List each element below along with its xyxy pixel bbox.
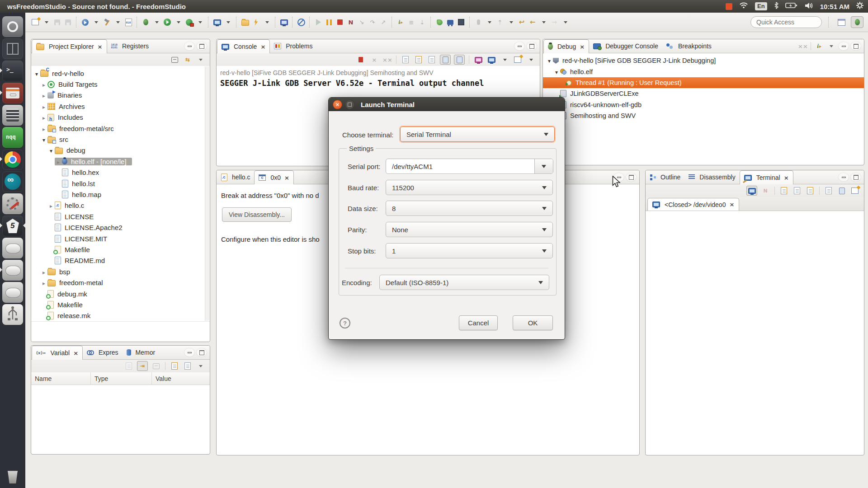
- connect-button[interactable]: [251, 17, 261, 28]
- tab-disassembly[interactable]: Disassembly: [684, 170, 739, 184]
- usb-drive-icon[interactable]: [2, 304, 23, 325]
- skip-all-breakpoints-button[interactable]: [296, 17, 306, 28]
- help-button[interactable]: ?: [340, 318, 350, 328]
- debug-process-item[interactable]: riscv64-unknown-elf-gdb: [543, 99, 864, 110]
- serial-port-dropdown-button[interactable]: [534, 159, 553, 174]
- resume-button[interactable]: [313, 17, 323, 28]
- word-wrap-button[interactable]: [427, 55, 437, 64]
- open-perspective-button[interactable]: [835, 17, 847, 28]
- tree-item[interactable]: freedom-metal/src: [31, 123, 210, 134]
- column-value[interactable]: Value: [152, 372, 210, 385]
- clear-console-button[interactable]: [401, 55, 410, 64]
- expand-arrow-icon[interactable]: [40, 113, 47, 121]
- show-stderr-button[interactable]: [454, 55, 465, 65]
- tree-item[interactable]: freedom-metal: [31, 277, 210, 288]
- maximize-button[interactable]: [851, 42, 861, 50]
- open-terminal-button[interactable]: [746, 186, 757, 196]
- connect-terminal-button[interactable]: [779, 186, 789, 195]
- collapse-all-button[interactable]: [170, 55, 179, 64]
- workspace-switcher-icon[interactable]: [2, 38, 23, 59]
- tab-terminal[interactable]: Terminal ×: [740, 170, 793, 184]
- disconnect-button[interactable]: N: [346, 17, 356, 28]
- save-all-button[interactable]: [63, 17, 73, 28]
- show-threads-button[interactable]: ≡: [406, 17, 416, 28]
- tree-item[interactable]: release.mk: [31, 310, 210, 321]
- instruction-stepping-button[interactable]: i: [396, 17, 406, 28]
- parity-select[interactable]: None: [386, 222, 553, 237]
- minimize-button[interactable]: [839, 42, 849, 50]
- data-size-select[interactable]: 8: [386, 201, 553, 216]
- close-icon[interactable]: ×: [580, 43, 585, 50]
- show-logical-structure-button[interactable]: ⇥: [137, 361, 148, 371]
- tab-0x0[interactable]: 0x0 ×: [254, 170, 293, 184]
- expand-arrow-icon[interactable]: [40, 268, 47, 276]
- drop-to-frame-button[interactable]: ⇣: [417, 17, 427, 28]
- upload-flash-button[interactable]: [80, 17, 90, 28]
- step-into-button[interactable]: ↘: [357, 17, 367, 28]
- maximize-button[interactable]: [527, 42, 537, 50]
- close-icon[interactable]: ×: [73, 350, 78, 357]
- expand-arrow-icon[interactable]: [40, 279, 47, 286]
- trash-icon[interactable]: [2, 466, 23, 487]
- tree-item[interactable]: debug.mk: [31, 288, 210, 299]
- scrollbar[interactable]: [205, 66, 209, 321]
- tab-debug[interactable]: Debug ×: [543, 39, 589, 53]
- open-console-button[interactable]: [513, 55, 523, 64]
- tab-registers[interactable]: Registers: [107, 39, 153, 53]
- memory-tool-button[interactable]: [445, 17, 455, 28]
- record-dropdown[interactable]: [484, 17, 494, 28]
- open-folder-button[interactable]: [240, 17, 250, 28]
- new-terminal-view-button[interactable]: [850, 186, 860, 195]
- tab-problems[interactable]: Problems: [270, 39, 316, 53]
- scroll-lock-button[interactable]: [414, 55, 424, 64]
- step-return-button[interactable]: ↗: [378, 17, 388, 28]
- save-button[interactable]: [52, 17, 62, 28]
- terminate-button[interactable]: [356, 55, 366, 64]
- pin-console-button[interactable]: [473, 55, 483, 64]
- show-stdout-button[interactable]: [440, 55, 451, 65]
- terminal-connection-tab[interactable]: <Closed> /dev/video0 ×: [647, 198, 739, 211]
- tab-debugger-console[interactable]: Debugger Console: [589, 39, 662, 53]
- tree-item[interactable]: Makefile: [31, 244, 210, 255]
- debug-perspective-button[interactable]: [851, 16, 863, 28]
- view-menu-button[interactable]: [196, 55, 206, 64]
- tree-item[interactable]: red-v-hello: [31, 68, 210, 79]
- debug-launch-item[interactable]: red-v-hello [SiFive GDB SEGGER J-Link De…: [543, 55, 864, 66]
- tree-item[interactable]: hello.lst: [31, 178, 210, 189]
- column-type[interactable]: Type: [91, 372, 152, 385]
- debug-process-item[interactable]: Semihosting and SWV: [543, 110, 864, 121]
- maximize-button[interactable]: [851, 173, 861, 181]
- view-disassembly-button[interactable]: View Disassembly...: [222, 207, 292, 222]
- back-dropdown[interactable]: [538, 17, 548, 28]
- ok-button[interactable]: OK: [513, 315, 553, 330]
- terminate-button[interactable]: [335, 17, 345, 28]
- battery-icon[interactable]: [785, 2, 797, 10]
- terminal-settings-button[interactable]: [805, 186, 815, 195]
- minimize-button[interactable]: [184, 42, 194, 50]
- back-button[interactable]: ←: [528, 17, 538, 28]
- session-gear-icon[interactable]: [856, 2, 863, 11]
- clock[interactable]: 10:51 AM: [820, 3, 849, 10]
- open-console-dropdown[interactable]: [526, 55, 536, 64]
- calculator-icon[interactable]: [2, 105, 23, 126]
- dialog-titlebar[interactable]: × Launch Terminal: [329, 98, 565, 111]
- choose-terminal-select[interactable]: Serial Terminal: [400, 127, 555, 142]
- debug-button[interactable]: [141, 17, 151, 28]
- tab-hello-c[interactable]: hello.c: [217, 170, 254, 184]
- debug-dropdown[interactable]: [151, 17, 161, 28]
- remove-launch-button[interactable]: ×: [369, 55, 379, 64]
- build-dropdown[interactable]: [113, 17, 123, 28]
- minimize-button[interactable]: [839, 173, 849, 181]
- baud-rate-select[interactable]: 115200: [386, 180, 553, 195]
- disconnect-terminal-button[interactable]: [792, 186, 802, 195]
- toggle-command-input-button[interactable]: N: [760, 186, 770, 195]
- forward-dropdown[interactable]: [560, 17, 570, 28]
- display-console-dropdown[interactable]: [500, 55, 509, 64]
- external-tools-button[interactable]: [184, 17, 194, 28]
- remove-all-terminated-button[interactable]: ××: [797, 42, 807, 51]
- expand-arrow-icon[interactable]: [33, 70, 40, 77]
- expand-button[interactable]: ⇡: [495, 17, 505, 28]
- console-view-dropdown[interactable]: [223, 17, 233, 28]
- expand-arrow-icon[interactable]: [40, 136, 47, 143]
- close-icon[interactable]: ×: [260, 43, 265, 50]
